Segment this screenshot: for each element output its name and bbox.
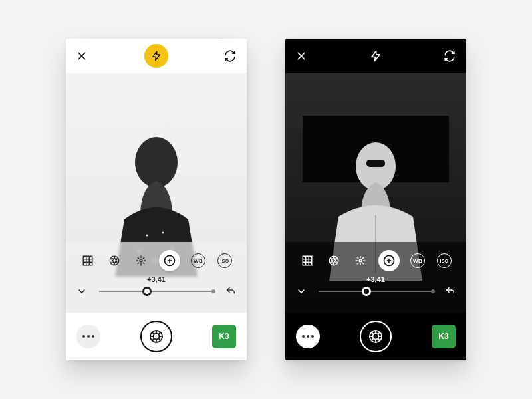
svg-line-70 xyxy=(362,257,364,259)
grid-icon xyxy=(301,255,313,267)
svg-marker-2 xyxy=(153,51,160,60)
top-bar xyxy=(66,39,247,73)
refresh-icon xyxy=(224,50,236,62)
iso-label: ISO xyxy=(217,253,232,268)
plus-circle-icon xyxy=(382,254,396,267)
slider-end-dot xyxy=(431,289,435,293)
grid-tool[interactable] xyxy=(79,252,96,269)
flash-toggle-button[interactable] xyxy=(370,50,382,62)
active-filter-chip[interactable]: K3 xyxy=(432,325,456,348)
aperture-tool[interactable] xyxy=(325,252,342,269)
iso-tool[interactable]: ISO xyxy=(216,252,233,269)
svg-line-42 xyxy=(158,332,160,334)
svg-line-28 xyxy=(138,263,139,264)
close-button[interactable] xyxy=(76,51,87,61)
svg-marker-45 xyxy=(372,51,380,61)
viewfinder[interactable]: WB ISO +3,41 xyxy=(66,73,247,313)
svg-line-83 xyxy=(378,332,380,334)
chevron-down-icon xyxy=(76,286,87,297)
exposure-slider[interactable] xyxy=(99,291,213,292)
more-icon xyxy=(82,335,94,338)
settings-overlay: WB ISO +3,41 xyxy=(285,242,466,313)
tool-row: WB ISO xyxy=(66,249,247,273)
svg-point-3 xyxy=(135,137,178,188)
undo-button[interactable] xyxy=(445,286,456,297)
svg-rect-50 xyxy=(303,256,312,265)
brightness-tool[interactable] xyxy=(352,252,369,269)
undo-button[interactable] xyxy=(225,286,236,297)
brightness-tool[interactable] xyxy=(132,252,150,269)
svg-line-39 xyxy=(152,332,154,334)
refresh-icon xyxy=(444,50,456,62)
settings-overlay: WB ISO +3,41 xyxy=(66,242,247,313)
bottom-bar: K3 xyxy=(66,313,247,360)
wb-label: WB xyxy=(410,253,425,268)
brightness-icon xyxy=(354,255,366,267)
svg-point-62 xyxy=(359,259,362,262)
exposure-slider-row: +3,41 xyxy=(66,278,247,305)
svg-line-69 xyxy=(357,263,358,264)
svg-line-27 xyxy=(143,263,144,264)
svg-line-81 xyxy=(378,338,380,340)
slider-end-dot xyxy=(211,289,215,293)
svg-line-80 xyxy=(372,332,374,334)
svg-line-29 xyxy=(143,257,144,259)
filter-label: K3 xyxy=(219,332,229,341)
svg-rect-9 xyxy=(83,256,92,265)
bottom-bar: K3 xyxy=(285,313,466,360)
switch-camera-button[interactable] xyxy=(224,50,236,62)
wb-label: WB xyxy=(191,253,205,268)
filter-label: K3 xyxy=(438,332,448,341)
svg-point-75 xyxy=(373,334,379,340)
slider-thumb[interactable] xyxy=(142,287,152,296)
exposure-tool[interactable] xyxy=(159,250,180,271)
svg-rect-48 xyxy=(366,160,385,167)
more-options-button[interactable] xyxy=(296,325,320,348)
flash-toggle-button[interactable] xyxy=(144,44,168,68)
white-balance-tool[interactable]: WB xyxy=(409,252,426,269)
exposure-tool[interactable] xyxy=(378,250,400,271)
grid-tool[interactable] xyxy=(299,252,316,269)
aperture-tool[interactable] xyxy=(106,252,123,269)
iso-tool[interactable]: ISO xyxy=(436,252,453,269)
tool-row: WB ISO xyxy=(285,249,466,273)
svg-line-26 xyxy=(138,257,139,259)
slider-thumb[interactable] xyxy=(362,287,371,296)
camera-screen-dark: WB ISO +3,41 xyxy=(285,39,466,360)
svg-point-21 xyxy=(140,259,142,262)
shutter-aperture-icon xyxy=(368,329,384,344)
grid-icon xyxy=(82,255,94,267)
white-balance-tool[interactable]: WB xyxy=(190,252,207,269)
shutter-aperture-icon xyxy=(148,329,164,344)
svg-line-68 xyxy=(362,263,364,264)
collapse-settings-button[interactable] xyxy=(76,286,87,297)
undo-icon xyxy=(445,286,456,297)
camera-screen-light: WB ISO +3,41 xyxy=(66,39,247,360)
svg-line-67 xyxy=(357,257,358,259)
close-button[interactable] xyxy=(296,51,307,61)
svg-line-41 xyxy=(152,338,154,340)
viewfinder[interactable]: WB ISO +3,41 xyxy=(285,73,466,313)
flash-icon xyxy=(151,51,162,61)
exposure-slider[interactable] xyxy=(319,291,433,292)
active-filter-chip[interactable]: K3 xyxy=(212,325,236,348)
shutter-button[interactable] xyxy=(360,321,392,352)
switch-camera-button[interactable] xyxy=(444,50,456,62)
undo-icon xyxy=(225,286,236,297)
more-options-button[interactable] xyxy=(76,325,100,348)
plus-circle-icon xyxy=(163,254,176,267)
svg-point-5 xyxy=(162,232,164,234)
chevron-down-icon xyxy=(296,286,307,297)
exposure-value: +3,41 xyxy=(147,275,166,283)
svg-line-82 xyxy=(372,338,374,340)
shutter-button[interactable] xyxy=(140,321,172,352)
aperture-icon xyxy=(328,255,340,267)
iso-label: ISO xyxy=(437,253,452,268)
more-icon xyxy=(302,335,314,338)
collapse-settings-button[interactable] xyxy=(296,286,307,297)
exposure-slider-row: +3,41 xyxy=(285,278,466,305)
svg-point-4 xyxy=(146,235,148,237)
top-bar xyxy=(285,39,466,73)
svg-line-40 xyxy=(158,338,160,340)
svg-point-34 xyxy=(154,334,160,340)
